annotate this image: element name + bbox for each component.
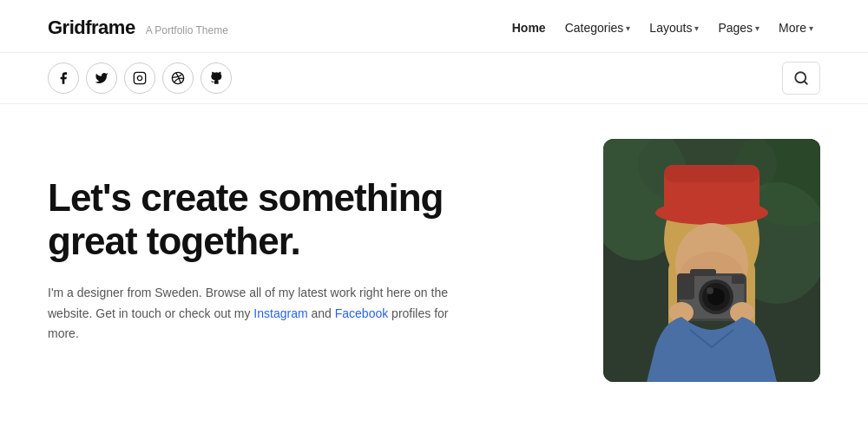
main-nav: Home Categories ▾ Layouts ▾ Pages ▾ More… — [505, 16, 820, 40]
nav-more[interactable]: More ▾ — [772, 16, 820, 40]
site-subtitle: A Portfolio Theme — [146, 24, 228, 36]
instagram-icon[interactable] — [124, 62, 155, 94]
search-button[interactable] — [782, 62, 820, 95]
site-title: Gridframe — [48, 16, 135, 39]
nav-home[interactable]: Home — [505, 16, 553, 40]
chevron-down-icon: ▾ — [809, 23, 813, 33]
site-header: Gridframe A Portfolio Theme Home Categor… — [0, 0, 868, 53]
svg-rect-20 — [677, 273, 694, 299]
svg-rect-25 — [690, 269, 716, 276]
hero-text-block: Let's create something great together. I… — [48, 176, 508, 345]
instagram-link[interactable]: Instagram — [253, 306, 307, 320]
hero-image — [603, 139, 820, 382]
facebook-icon[interactable] — [48, 62, 79, 94]
facebook-link[interactable]: Facebook — [335, 306, 388, 320]
chevron-down-icon: ▾ — [755, 23, 760, 33]
twitter-icon[interactable] — [86, 62, 117, 94]
svg-line-4 — [804, 81, 806, 83]
dribbble-icon[interactable] — [162, 62, 194, 94]
nav-categories[interactable]: Categories ▾ — [558, 16, 638, 40]
hero-image-placeholder — [603, 139, 820, 382]
svg-rect-15 — [664, 165, 760, 182]
svg-point-24 — [707, 287, 713, 294]
svg-rect-26 — [732, 275, 745, 284]
social-icons-group — [48, 62, 232, 94]
svg-rect-0 — [134, 72, 145, 83]
github-icon[interactable] — [201, 62, 232, 94]
hero-headline: Let's create something great together. — [48, 176, 508, 264]
logo-group: Gridframe A Portfolio Theme — [48, 16, 228, 39]
nav-layouts[interactable]: Layouts ▾ — [642, 16, 706, 40]
social-bar — [0, 53, 868, 104]
nav-pages[interactable]: Pages ▾ — [711, 16, 766, 40]
chevron-down-icon: ▾ — [626, 23, 630, 33]
chevron-down-icon: ▾ — [694, 23, 699, 33]
hero-section: Let's create something great together. I… — [0, 104, 868, 408]
hero-description: I'm a designer from Sweden. Browse all o… — [48, 283, 456, 345]
